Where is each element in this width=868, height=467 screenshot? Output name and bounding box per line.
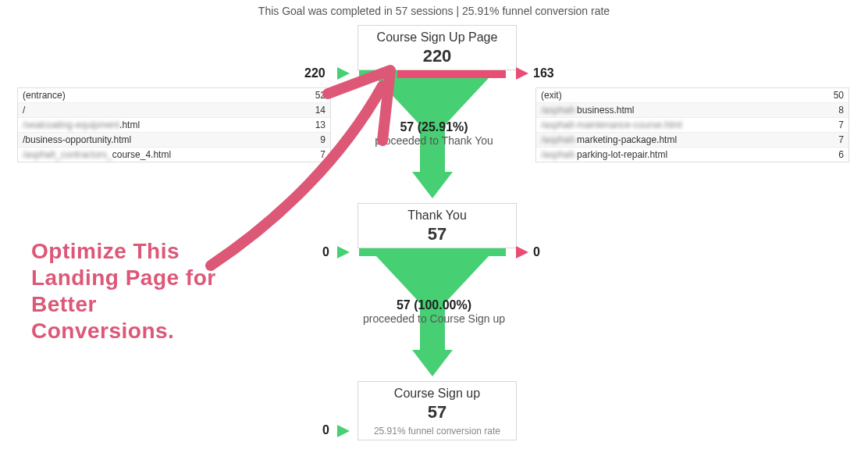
svg-marker-8: [337, 425, 350, 437]
entrance-pages-table: (entrance)52/14/sealcoating-equipment.ht…: [17, 87, 331, 162]
triangle-right-icon: [337, 425, 350, 437]
triangle-right-icon: [337, 67, 350, 80]
step-2-split-bar: [359, 248, 506, 256]
table-row: /asphalt-maintenance-course.html7: [536, 118, 848, 133]
step-2-in-count: 0: [322, 245, 329, 259]
funnel-step-2: Thank You 57: [358, 203, 517, 248]
row-value: 50: [834, 90, 844, 101]
svg-marker-4: [337, 246, 350, 258]
row-label: /asphalt-business.html: [541, 105, 634, 116]
svg-marker-7: [412, 350, 453, 376]
exit-pages-table: (exit)50/asphalt-business.html8/asphalt-…: [535, 87, 849, 162]
row-label: /: [23, 105, 25, 116]
step-2-proceed-pct: 100.00%: [418, 298, 468, 312]
row-value: 8: [838, 105, 844, 116]
funnel-step-1: Course Sign Up Page 220: [358, 25, 517, 70]
table-row: /asphalt_contractors_course_4.html7: [18, 148, 330, 162]
table-row: /asphalt-marketing-package.html7: [536, 133, 848, 148]
step-1-proceed-label: 57 (25.91%) proceeded to Thank You: [356, 120, 512, 147]
row-label: /asphalt-maintenance-course.html: [541, 119, 682, 130]
table-row: /sealcoating-equipment.html13: [18, 118, 330, 133]
row-value: 52: [315, 90, 326, 101]
row-label: /asphalt_contractors_course_4.html: [23, 149, 171, 160]
svg-marker-1: [516, 67, 528, 80]
svg-marker-3: [412, 172, 453, 198]
funnel-step-3: Course Sign up 57 25.91% funnel conversi…: [358, 381, 517, 440]
row-label: /sealcoating-equipment.html: [23, 119, 140, 130]
svg-marker-5: [516, 246, 528, 258]
step-1-in-count: 220: [304, 66, 326, 80]
step-3-count: 57: [363, 402, 511, 422]
step-2-proceed-n: 57: [397, 298, 411, 312]
step-1-title: Course Sign Up Page: [363, 30, 511, 45]
row-value: 14: [315, 105, 326, 116]
step-3-in-count: 0: [322, 423, 329, 437]
step-1-proceed-n: 57: [400, 120, 414, 134]
table-row: (entrance)52: [18, 88, 330, 103]
step-2-proceed-text: proceeded to Course Sign up: [363, 312, 505, 325]
page-summary: This Goal was completed in 57 sessions |…: [0, 5, 868, 17]
step-1-proceed-pct: 25.91%: [422, 120, 464, 134]
row-value: 7: [838, 134, 844, 145]
triangle-right-icon: [337, 246, 350, 258]
row-value: 7: [838, 119, 844, 130]
table-row: /asphalt-business.html8: [536, 103, 848, 118]
row-value: 9: [320, 134, 326, 145]
step-2-title: Thank You: [363, 209, 511, 223]
triangle-right-icon: [516, 246, 528, 258]
row-label: (entrance): [23, 90, 66, 101]
step-2-proceed-label: 57 (100.00%) proceeded to Course Sign up: [356, 298, 512, 325]
step-1-count: 220: [363, 46, 511, 66]
row-label: /asphalt-parking-lot-repair.html: [541, 149, 667, 160]
step-2-count: 57: [363, 224, 511, 244]
step-1-out-count: 163: [533, 66, 554, 80]
table-row: /14: [18, 103, 330, 118]
annotation-callout: Optimize This Landing Page for Better Co…: [31, 238, 234, 344]
triangle-right-icon: [516, 67, 528, 80]
step-2-out-count: 0: [533, 245, 540, 259]
row-value: 6: [838, 149, 844, 160]
row-label: /asphalt-marketing-package.html: [541, 134, 677, 145]
row-value: 7: [320, 149, 326, 160]
step-1-proceed-text: proceeded to Thank You: [375, 134, 493, 147]
table-row: (exit)50: [536, 88, 848, 103]
callout-text: Optimize This Landing Page for Better Co…: [31, 239, 216, 343]
row-label: /business-opportunity.html: [23, 134, 131, 145]
step-3-sub: 25.91% funnel conversion rate: [363, 426, 511, 437]
step-1-split-bar: [359, 70, 506, 78]
step-3-title: Course Sign up: [363, 387, 511, 401]
svg-marker-0: [337, 67, 350, 80]
row-value: 13: [315, 119, 326, 130]
table-row: /business-opportunity.html9: [18, 133, 330, 148]
table-row: /asphalt-parking-lot-repair.html6: [536, 148, 848, 162]
row-label: (exit): [541, 90, 562, 101]
summary-text: This Goal was completed in 57 sessions |…: [258, 5, 610, 17]
